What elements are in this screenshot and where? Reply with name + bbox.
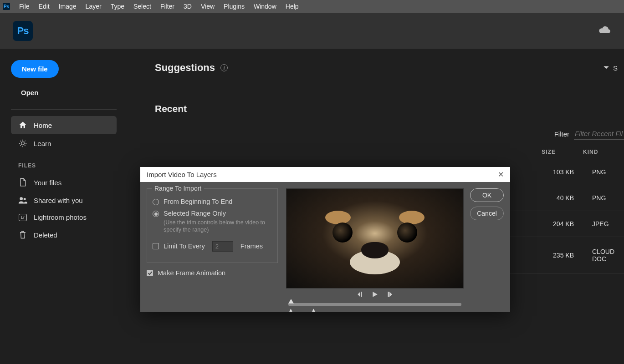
limit-frames-input[interactable]: [212, 241, 233, 252]
radio-icon: [153, 211, 159, 217]
cancel-button[interactable]: Cancel: [470, 207, 504, 220]
cloud-sync-icon[interactable]: [598, 25, 611, 36]
limit-every-row[interactable]: Limit To Every Frames: [153, 241, 272, 252]
file-icon: [18, 178, 27, 187]
menu-plugins[interactable]: Plugins: [219, 1, 249, 12]
menu-layer[interactable]: Layer: [81, 1, 106, 12]
recent-title: Recent: [155, 103, 624, 114]
menu-select[interactable]: Select: [129, 1, 156, 12]
dialog-title-text: Import Video To Layers: [147, 171, 217, 178]
step-forward-button[interactable]: [386, 291, 393, 299]
import-video-dialog: Import Video To Layers ✕ Range To Import…: [140, 167, 510, 312]
menu-view[interactable]: View: [196, 1, 219, 12]
limit-label-frames: Frames: [240, 243, 263, 250]
trim-out-handle[interactable]: ▲: [311, 307, 316, 313]
video-preview: [286, 188, 464, 288]
svg-point-1: [20, 197, 23, 200]
open-button[interactable]: Open: [11, 86, 48, 99]
radio-label: Selected Range Only: [164, 210, 272, 217]
suggestions-toggle-label: S: [613, 64, 618, 72]
sidebar-item-lightroom[interactable]: Lr Lightroom photos: [11, 209, 117, 226]
menu-help[interactable]: Help: [281, 1, 303, 12]
filter-label: Filter: [554, 130, 569, 138]
file-kind: JPEG: [574, 220, 624, 228]
file-size: 40 KB: [531, 194, 574, 202]
sidebar-item-home[interactable]: Home: [11, 116, 117, 134]
sidebar-item-your-files[interactable]: Your files: [11, 173, 117, 192]
sidebar-item-label: Home: [34, 121, 52, 129]
menu-window[interactable]: Window: [249, 1, 281, 12]
info-icon[interactable]: i: [220, 64, 228, 71]
step-back-button[interactable]: [357, 291, 363, 299]
menu-image[interactable]: Image: [54, 1, 81, 12]
playhead-icon[interactable]: [288, 299, 294, 303]
new-file-button[interactable]: New file: [11, 60, 59, 78]
radio-label: From Beginning To End: [164, 198, 232, 205]
ps-logo: Ps: [13, 21, 33, 41]
trim-in-handle[interactable]: ▲: [288, 307, 293, 313]
recent-table-header: SIZE KIND: [155, 145, 624, 159]
learn-icon: [18, 139, 27, 148]
col-kind[interactable]: KIND: [583, 149, 624, 155]
sidebar-item-label: Learn: [34, 140, 51, 147]
trash-icon: [18, 230, 27, 239]
chevron-down-icon: [603, 65, 609, 71]
lr-icon: Lr: [18, 214, 27, 221]
app-icon-small: Ps: [3, 3, 10, 10]
radio-from-beginning[interactable]: From Beginning To End: [153, 198, 272, 205]
range-to-import-group: Range To Import From Beginning To End Se…: [147, 188, 278, 263]
make-frame-animation-row[interactable]: Make Frame Animation: [147, 269, 280, 277]
trim-timeline[interactable]: ▲ ▲: [288, 303, 461, 306]
sidebar-item-label: Lightroom photos: [34, 213, 87, 221]
dialog-titlebar[interactable]: Import Video To Layers ✕: [140, 167, 510, 182]
menu-file[interactable]: File: [15, 1, 34, 12]
play-button[interactable]: [372, 291, 378, 299]
suggestions-title: Suggestions: [155, 62, 215, 74]
range-legend: Range To Import: [152, 185, 204, 192]
suggestions-toggle[interactable]: S: [603, 64, 618, 72]
sidebar-item-shared[interactable]: Shared with you: [11, 192, 117, 209]
sidebar-item-learn[interactable]: Learn: [11, 134, 117, 152]
menu-edit[interactable]: Edit: [34, 1, 54, 12]
sidebar-item-label: Your files: [34, 179, 61, 187]
svg-point-0: [21, 142, 25, 145]
ok-button[interactable]: OK: [470, 188, 504, 202]
svg-point-2: [24, 198, 26, 200]
divider: [11, 109, 117, 110]
sidebar-item-label: Shared with you: [34, 197, 83, 204]
appbar: Ps: [0, 13, 624, 49]
file-size: 103 KB: [531, 168, 574, 176]
file-size: 235 KB: [531, 252, 574, 259]
checkbox-icon: [153, 243, 159, 249]
file-kind: PNG: [574, 194, 624, 202]
home-icon: [18, 121, 27, 130]
filter-recent-input[interactable]: [574, 128, 624, 140]
make-frame-label: Make Frame Animation: [158, 269, 225, 277]
file-kind: PNG: [574, 168, 624, 176]
radio-selected-range[interactable]: Selected Range Only (Use the trim contro…: [153, 210, 272, 234]
files-heading: FILES: [18, 162, 117, 169]
col-size[interactable]: SIZE: [519, 149, 556, 155]
menu-filter[interactable]: Filter: [156, 1, 179, 12]
menu-3d[interactable]: 3D: [179, 1, 196, 12]
close-icon[interactable]: ✕: [498, 170, 504, 179]
people-icon: [18, 196, 27, 204]
menu-type[interactable]: Type: [106, 1, 129, 12]
menubar: Ps File Edit Image Layer Type Select Fil…: [0, 0, 624, 13]
sidebar: New file Open Home Learn FILES Your file…: [0, 49, 128, 364]
radio-icon: [153, 199, 159, 205]
sidebar-item-label: Deleted: [34, 231, 57, 239]
divider: [155, 83, 624, 83]
sidebar-item-deleted[interactable]: Deleted: [11, 226, 117, 244]
file-kind: CLOUD DOC: [574, 248, 624, 263]
checkbox-icon: [147, 270, 153, 276]
limit-label: Limit To Every: [164, 243, 205, 250]
file-size: 204 KB: [531, 220, 574, 228]
radio-hint: (Use the trim controls below the video t…: [164, 219, 272, 234]
